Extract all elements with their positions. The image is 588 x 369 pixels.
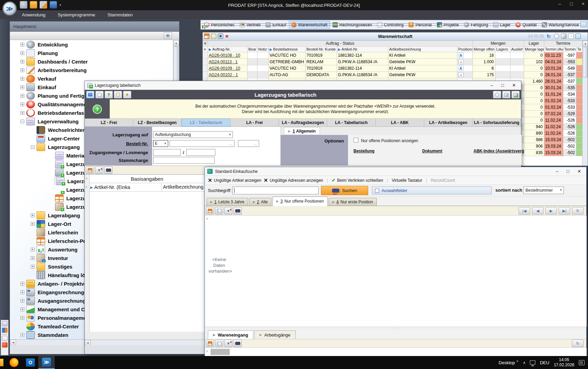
user-box-icon[interactable]	[20, 1, 27, 9]
bottom-tab-arbeitsgänge[interactable]: ▶Arbeitsgänge	[254, 330, 296, 339]
outlook-icon[interactable]: O	[26, 358, 35, 367]
refresh-icon[interactable]: ↻	[572, 207, 584, 215]
module-tab-qualität[interactable]: Qualität	[513, 21, 539, 29]
windows-icon[interactable]	[86, 91, 94, 98]
table-row[interactable]: AG24-00113 · 1GETRIEBE-GMBHREKLAMG.PKW.A…	[203, 58, 582, 65]
bottom-tab-wareneingang[interactable]: ▶Wareneingang	[208, 330, 253, 339]
lz-tab-la-auftragsbezogen[interactable]: LA - Auftragsbezogen	[279, 119, 328, 126]
next-record-icon[interactable]: ▶	[545, 207, 557, 215]
scroll-left-icon[interactable]: ◄	[10, 340, 16, 345]
filter-remove-icon[interactable]: ▼	[224, 207, 232, 215]
column-header-artikel-nr-[interactable]: ▶ Artikel-Nr.	[337, 46, 388, 52]
expand-icon[interactable]: +	[21, 282, 24, 286]
column-header-notiz-v[interactable]: Notiz v	[257, 46, 268, 52]
eye-icon[interactable]	[218, 33, 223, 39]
window-icon[interactable]	[575, 33, 581, 39]
cube-icon[interactable]	[502, 91, 510, 98]
scroll-up-icon[interactable]: ▲	[173, 40, 179, 46]
table-icon[interactable]	[204, 33, 210, 39]
link-dokument[interactable]: Dokument	[422, 149, 442, 153]
module-tab-controlling[interactable]: Controlling	[375, 21, 406, 29]
chevron-down-icon[interactable]: ▾	[59, 3, 61, 7]
expand-icon[interactable]: +	[21, 77, 24, 81]
column-header-positions[interactable]: Positions	[457, 46, 472, 52]
module-tab-wartung-service[interactable]: Wartung/Service	[539, 21, 581, 29]
filter-tab-letzte-3-jahre[interactable]: ▶1Letzte 3 Jahre	[206, 198, 248, 206]
book-icon[interactable]	[30, 1, 37, 9]
panel-icon[interactable]	[215, 207, 223, 215]
cabinet-plus-icon[interactable]	[2, 321, 8, 326]
expand-icon[interactable]: +	[21, 68, 24, 72]
tab-allgemein[interactable]: ▶ 1 Allgemein	[284, 127, 320, 135]
suchen-button[interactable]: Suchen	[321, 186, 368, 195]
position-type-icon[interactable]: a	[458, 59, 464, 64]
prodat-taskbar-icon[interactable]: ≫	[38, 356, 55, 369]
table-row[interactable]: AG26-00108 · 10VACUTEC HO70109191881382-…	[203, 52, 582, 58]
document-icon[interactable]	[2, 336, 8, 341]
tree-item-planung[interactable]: +Planung	[10, 49, 173, 57]
nur-offene-checkbox[interactable]	[353, 138, 358, 142]
first-record-icon[interactable]: |◀	[519, 207, 530, 215]
module-tab-persönliches[interactable]: Persönliches	[202, 21, 237, 29]
binoculars-icon[interactable]	[104, 166, 112, 174]
expand-icon[interactable]: +	[21, 94, 24, 98]
expand-icon[interactable]: +	[21, 51, 24, 55]
binoculars-icon[interactable]	[233, 207, 242, 215]
lz-tab-lz-tabellarisch[interactable]: LZ - Tabellarisch	[182, 119, 230, 126]
close-button[interactable]: ✕	[512, 83, 516, 88]
bestell-nr-input[interactable]: ...	[170, 140, 235, 147]
lz-tab-lz-frei[interactable]: LZ - Frei	[85, 119, 133, 126]
desktop-toolbar[interactable]: Desktop »	[499, 360, 519, 365]
link-abk-index[interactable]: ABK-Index (Auswärtsverg	[473, 149, 524, 153]
table-row[interactable]: AG26-00109 · 10VACUTEC HO70109191881382-…	[203, 65, 582, 71]
column-artikelbezeichnung[interactable]: Artikelbezeichnung	[162, 183, 205, 191]
eye-icon[interactable]	[164, 32, 172, 39]
expand-icon[interactable]: +	[21, 333, 24, 337]
cube-icon[interactable]	[561, 33, 566, 39]
table-row[interactable]: AG24-00102 · 1AUTO-AGDEMODATAG.PKW.A-116…	[203, 71, 582, 78]
refresh-icon[interactable]: ↻	[547, 33, 552, 39]
basis-horizontal-scrollbar[interactable]: ◄	[85, 340, 205, 345]
binoculars-icon[interactable]	[233, 340, 242, 347]
start-icon[interactable]	[0, 359, 3, 366]
toolbar-item-virtuelle-tastatur[interactable]: Virtuelle Tastatur	[392, 178, 422, 183]
splitter-handle[interactable]: ·····	[205, 327, 586, 330]
expand-icon[interactable]: +	[31, 248, 35, 251]
panel-icon[interactable]	[215, 340, 223, 347]
lz-tab-la-tabellarisch[interactable]: LA - Tabellarisch	[327, 119, 376, 126]
scroll-up-icon[interactable]: ▲	[583, 41, 588, 46]
scrollbar-thumb[interactable]	[583, 47, 587, 78]
column-header-artikelbezeichnung[interactable]: Artikelbezeichnung	[388, 46, 457, 52]
wizard-icon[interactable]: ★	[123, 91, 131, 98]
search-input[interactable]	[232, 187, 319, 194]
filter-remove-icon[interactable]: ▼	[224, 340, 232, 347]
menu-stammdaten[interactable]: Stammdaten	[107, 12, 133, 17]
expand-icon[interactable]: +	[21, 290, 24, 294]
maximize-button[interactable]: □	[566, 169, 569, 174]
tree-item-entwicklung[interactable]: +Entwicklung	[10, 40, 173, 49]
column-header-menge-lage[interactable]: Menge lage	[524, 46, 544, 52]
lz-tab-la-artikelbezogen[interactable]: LA - Artikelbezogen	[424, 119, 473, 126]
lz-tab-lz-bestellbezogen[interactable]: LZ - Bestellbezogen	[133, 119, 182, 126]
lagerzugang-auf-select[interactable]: Aufteilungsbuchung▼	[153, 131, 233, 138]
column-header-termin[interactable]: Termin	[563, 46, 576, 52]
export-icon[interactable]: ↑	[568, 33, 574, 39]
lz-tab-la-sofortauslieferung[interactable]: LA - Sofortauslieferung	[472, 119, 521, 126]
collapse-icon[interactable]: −	[21, 120, 24, 123]
refresh-icon[interactable]: ↻	[572, 340, 584, 347]
module-tab-vertrieb[interactable]: Vertrieb	[237, 21, 263, 29]
record-icon[interactable]	[2, 342, 8, 347]
clock-icon[interactable]	[554, 33, 559, 39]
table-vertical-scrollbar[interactable]: ▲	[582, 41, 588, 166]
scroll-left-icon[interactable]: ◄	[85, 340, 91, 346]
menu-systemprogramme[interactable]: Systemprogramme	[58, 12, 95, 17]
table-icon[interactable]	[206, 207, 214, 215]
filter-tab-nur-offene-positionen[interactable]: ▶3Nur offene Positionen	[272, 196, 328, 206]
close-button[interactable]: ✕	[577, 169, 581, 174]
expand-icon[interactable]: +	[21, 316, 24, 320]
toolbar-item-ungültige-artikel-anzeigen[interactable]: ✕Ungültige Artikel anzeigen	[208, 178, 261, 183]
zugangsmenge-input[interactable]	[153, 149, 181, 156]
expand-icon[interactable]: +	[31, 214, 35, 217]
column-header-bestelladresse[interactable]: ▶ Bestelladresse	[268, 46, 305, 52]
bestell-nr-pos-input[interactable]: ...	[238, 140, 259, 147]
